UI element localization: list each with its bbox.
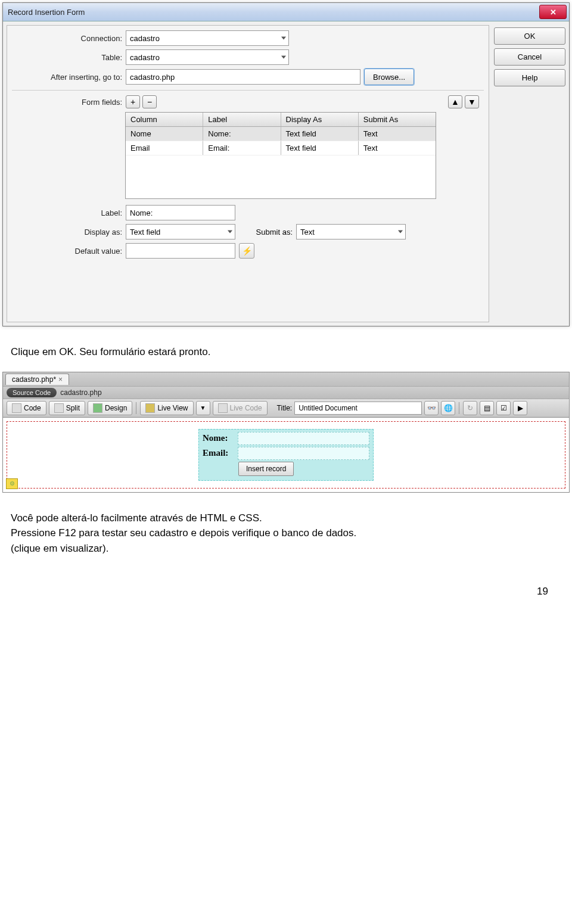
cell-label: Email: (203, 141, 281, 155)
default-label: Default value: (12, 247, 122, 256)
after-label: After inserting, go to: (12, 73, 122, 82)
document-toolbar: Code Split Design Live View ▼ Live Code … (3, 399, 569, 418)
text-line: Você pode alterá-lo facilmente através d… (11, 511, 561, 526)
grid-header: Column Label Display As Submit As (126, 113, 436, 127)
after-value: cadastro.php (130, 73, 175, 82)
grid-row[interactable]: Nome Nome: Text field Text (126, 127, 436, 141)
page-number: 19 (0, 568, 572, 603)
toolbar-icon-2[interactable]: 🌐 (441, 401, 455, 415)
label-value: Nome: (130, 209, 153, 217)
connection-combo[interactable]: cadastro (126, 30, 289, 46)
toolbar-icon-4[interactable]: ☑ (496, 401, 511, 415)
live-icon (145, 403, 155, 413)
default-input[interactable] (126, 243, 235, 259)
form-row-nome: Nome: (203, 432, 369, 445)
split-view-button[interactable]: Split (49, 401, 85, 415)
toolbar-separator (136, 402, 136, 414)
form-boundary: Nome: Email: Insert record ⚙ (7, 421, 565, 489)
dialog-title: Record Insertion Form (8, 8, 539, 17)
binoculars-icon: 👓 (427, 404, 436, 412)
title-input[interactable]: Untitled Document (294, 402, 422, 415)
close-icon: ✕ (550, 8, 557, 17)
grid-body: Nome Nome: Text field Text Email Email: … (126, 127, 436, 198)
code-view-button[interactable]: Code (7, 401, 46, 415)
connection-value: cadastro (130, 34, 160, 43)
split-icon (54, 403, 64, 413)
chevron-down-icon (398, 231, 403, 234)
cancel-button[interactable]: Cancel (494, 48, 565, 66)
server-behavior-icon[interactable]: ⚙ (6, 478, 18, 489)
label-input[interactable]: Nome: (126, 205, 235, 220)
col-column: Column (126, 113, 203, 126)
grid-row[interactable]: Email Email: Text field Text (126, 141, 436, 155)
submitas-label: Submit as: (239, 228, 293, 237)
move-down-button[interactable]: ▼ (465, 95, 479, 108)
connection-label: Connection: (12, 34, 122, 43)
refresh-icon: ↻ (467, 404, 473, 412)
email-input[interactable] (238, 447, 369, 460)
submitas-combo[interactable]: Text (296, 224, 406, 239)
display-submit-row: Display as: Text field Submit as: Text (12, 224, 484, 239)
live-code-button[interactable]: Live Code (213, 401, 268, 415)
connection-row: Connection: cadastro (12, 30, 484, 46)
dialog-titlebar: Record Insertion Form ✕ (3, 3, 569, 21)
ok-button[interactable]: OK (494, 27, 565, 45)
add-field-button[interactable]: + (126, 95, 140, 108)
cell-submitas: Text (359, 127, 436, 141)
nome-label: Nome: (203, 433, 235, 443)
code-icon (12, 403, 21, 413)
email-label: Email: (203, 448, 235, 458)
globe-icon: 🌐 (444, 404, 453, 412)
after-input[interactable]: cadastro.php (126, 69, 360, 85)
livecode-icon (218, 403, 228, 413)
help-button[interactable]: Help (494, 69, 565, 86)
lightning-icon: ⚡ (242, 246, 252, 256)
design-canvas[interactable]: Nome: Email: Insert record ⚙ (3, 418, 569, 492)
design-view-button[interactable]: Design (88, 401, 132, 415)
live-view-button[interactable]: Live View (140, 401, 193, 415)
form-fields-grid[interactable]: Column Label Display As Submit As Nome N… (125, 112, 436, 199)
nome-input[interactable] (238, 432, 369, 445)
toolbar-icon-3[interactable]: ▤ (480, 401, 494, 415)
insert-record-button[interactable]: Insert record (238, 462, 294, 476)
form-row-submit: Insert record (203, 462, 369, 476)
table-label: Table: (12, 53, 122, 62)
body-text-2: Você pode alterá-lo facilmente através d… (0, 493, 572, 568)
refresh-button[interactable]: ↻ (463, 401, 477, 415)
remove-field-button[interactable]: − (142, 95, 157, 108)
form-fields-row: Form fields: + − ▲ ▼ (12, 95, 484, 108)
chevron-down-icon (281, 37, 286, 40)
toolbar-icon-5[interactable]: ▶ (513, 401, 527, 415)
source-code-pill[interactable]: Source Code (7, 388, 57, 397)
record-insertion-dialog: Record Insertion Form ✕ Connection: cada… (2, 2, 570, 326)
related-file[interactable]: cadastro.php (60, 388, 101, 397)
close-button[interactable]: ✕ (539, 5, 567, 19)
browse-button[interactable]: Browse... (364, 69, 414, 85)
live-view-dropdown[interactable]: ▼ (196, 401, 210, 415)
toolbar-icon-1[interactable]: 👓 (424, 401, 439, 415)
form-row-email: Email: (203, 447, 369, 460)
insert-form: Nome: Email: Insert record (198, 429, 374, 481)
move-up-button[interactable]: ▲ (448, 95, 462, 108)
dialog-body: Connection: cadastro Table: cadastro Aft… (3, 21, 569, 326)
default-row: Default value: ⚡ (12, 243, 484, 259)
displayas-label: Display as: (12, 228, 122, 237)
displayas-combo[interactable]: Text field (126, 224, 235, 239)
chevron-down-icon (228, 231, 232, 234)
dynamic-data-button[interactable]: ⚡ (239, 243, 254, 259)
table-row: Table: cadastro (12, 49, 484, 65)
col-submitas: Submit As (359, 113, 436, 126)
separator (12, 90, 484, 91)
tab-label: cadastro.php* (12, 375, 56, 384)
field-detail: Label: Nome: Display as: Text field Subm… (12, 205, 484, 259)
chevron-down-icon: ▼ (200, 405, 206, 411)
list-icon: ▤ (484, 404, 490, 412)
close-tab-icon[interactable]: × (58, 375, 63, 384)
related-files-bar: Source Code cadastro.php (3, 386, 569, 399)
form-fields-label: Form fields: (12, 98, 122, 107)
text-line: (clique em visualizar). (11, 541, 561, 556)
submitas-value: Text (300, 228, 315, 237)
document-tab[interactable]: cadastro.php* × (5, 374, 69, 385)
table-value: cadastro (130, 53, 160, 62)
table-combo[interactable]: cadastro (126, 49, 289, 65)
